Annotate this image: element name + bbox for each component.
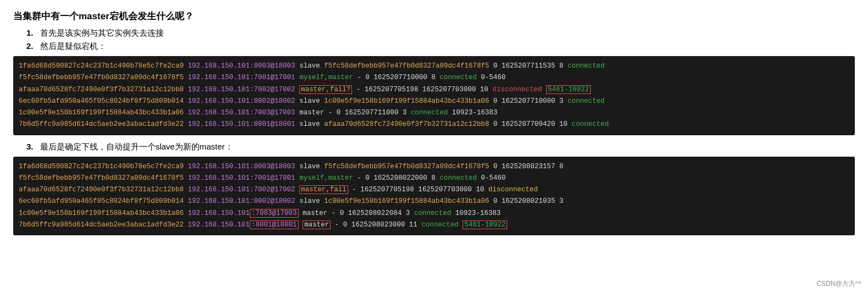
code-block-2: 1fa6d68d590827c24c237b1c490b78e5c7fe2ca9… (13, 157, 855, 236)
list-item-3: 3. 最后是确定下线，自动提升一个slave为新的master： (26, 142, 855, 152)
heading: 当集群中有一个master宕机会发生什么呢？ (13, 10, 855, 23)
list-item-1: 1. 首先是该实例与其它实例失去连接 (26, 28, 855, 38)
code-block-1: 1fa6d68d590827c24c237b1c490b78e5c7fe2ca9… (13, 56, 855, 135)
list-item-2: 2. 然后是疑似宕机： (26, 41, 855, 52)
watermark: CSDN@方方^^ (817, 279, 861, 289)
